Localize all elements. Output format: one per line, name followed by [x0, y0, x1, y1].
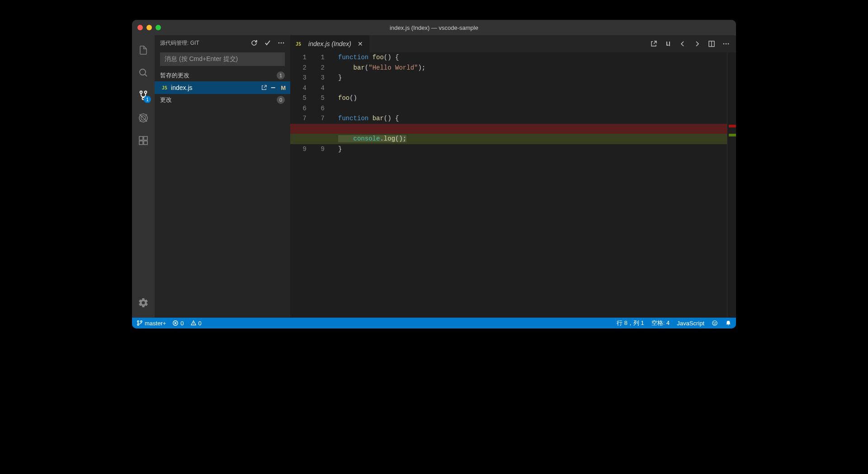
goto-file-icon[interactable]	[650, 40, 657, 47]
minimap[interactable]	[727, 52, 736, 318]
svg-point-23	[712, 321, 717, 326]
branch-indicator[interactable]: master+	[137, 320, 166, 327]
warning-icon	[190, 320, 197, 326]
errors-count: 0	[180, 320, 184, 327]
editor-area: JS index.js (Index) ✕ 123456789 12	[290, 35, 736, 318]
svg-point-18	[728, 43, 729, 45]
svg-point-24	[714, 322, 714, 323]
feedback-icon[interactable]	[712, 320, 718, 326]
back-arrow-icon[interactable]	[679, 40, 686, 47]
file-status-m: M	[281, 84, 286, 91]
source-control-icon[interactable]: 1	[132, 84, 155, 107]
debug-icon[interactable]	[132, 107, 155, 129]
search-icon[interactable]	[132, 61, 155, 84]
code-area[interactable]: 123456789 123456789 −+ function foo() { …	[290, 52, 736, 318]
svg-rect-7	[139, 136, 143, 140]
activity-bar: 1	[132, 35, 155, 318]
svg-point-1	[140, 91, 142, 94]
svg-rect-9	[139, 141, 143, 145]
code-content[interactable]: function foo() { bar("Hello World");}foo…	[335, 52, 727, 318]
commit-icon[interactable]	[264, 39, 271, 47]
minimize-window-button[interactable]	[146, 25, 152, 30]
notifications-icon[interactable]	[725, 320, 731, 326]
error-icon	[172, 320, 179, 326]
file-row-indexjs[interactable]: JS index.js − M	[155, 81, 290, 94]
svg-point-19	[137, 321, 139, 323]
svg-point-17	[726, 43, 727, 45]
more-actions-icon[interactable]	[722, 40, 730, 47]
status-bar: master+ 0 0 行 8，列 1 空格: 4 JavaScript	[132, 318, 736, 329]
branch-name: master+	[145, 320, 166, 327]
sidebar: 源代码管理: GIT 消息 (按 Cmd+Enter 提交) 暂存的更改 1 J…	[155, 35, 290, 318]
traffic-lights	[132, 25, 161, 30]
extensions-icon[interactable]	[132, 129, 155, 152]
svg-point-20	[137, 324, 139, 326]
staged-changes-section[interactable]: 暂存的更改 1	[155, 70, 290, 81]
tabs-row: JS index.js (Index) ✕	[290, 35, 736, 52]
forward-arrow-icon[interactable]	[693, 40, 701, 47]
line-numbers-original: 123456789	[290, 52, 309, 318]
svg-point-25	[715, 322, 716, 323]
line-numbers-modified: 123456789	[309, 52, 329, 318]
minimap-removed-marker	[729, 125, 736, 127]
unstage-icon[interactable]: −	[271, 84, 276, 92]
cursor-position[interactable]: 行 8，列 1	[617, 319, 644, 327]
editor-actions	[650, 40, 736, 47]
maximize-window-button[interactable]	[156, 25, 161, 30]
split-editor-icon[interactable]	[708, 40, 715, 47]
changes-count: 0	[277, 96, 285, 104]
diff-markers: −+	[329, 52, 335, 318]
changes-section[interactable]: 更改 0	[155, 94, 290, 106]
indent-indicator[interactable]: 空格: 4	[651, 319, 670, 327]
svg-point-11	[278, 42, 280, 44]
staged-label: 暂存的更改	[160, 71, 189, 80]
refresh-icon[interactable]	[250, 39, 258, 47]
svg-point-13	[283, 42, 284, 44]
js-file-icon: JS	[162, 85, 167, 90]
svg-point-12	[281, 42, 282, 44]
staged-count: 1	[277, 71, 285, 80]
warnings-indicator[interactable]: 0	[190, 320, 202, 327]
window: index.js (Index) — vscode-sample 1	[132, 20, 736, 329]
whitespace-icon[interactable]	[665, 40, 672, 47]
svg-point-2	[145, 91, 147, 94]
svg-point-16	[723, 43, 725, 45]
close-window-button[interactable]	[137, 25, 143, 30]
open-file-icon[interactable]	[261, 84, 267, 91]
svg-rect-8	[144, 136, 147, 140]
tab-label: index.js (Index)	[308, 40, 351, 47]
commit-placeholder: 消息 (按 Cmd+Enter 提交)	[165, 55, 238, 63]
file-name: index.js	[171, 84, 192, 91]
more-icon[interactable]	[278, 39, 285, 47]
scm-badge: 1	[144, 96, 151, 103]
sidebar-title: 源代码管理: GIT	[160, 39, 199, 47]
svg-point-0	[140, 69, 146, 75]
main-body: 1 源代码管理: GIT 消息 (按 C	[132, 35, 736, 318]
language-mode[interactable]: JavaScript	[677, 320, 704, 327]
explorer-icon[interactable]	[132, 39, 155, 61]
close-tab-icon[interactable]: ✕	[357, 40, 364, 47]
settings-gear-icon[interactable]	[132, 291, 155, 314]
sidebar-actions	[250, 39, 285, 47]
sidebar-header: 源代码管理: GIT	[155, 35, 290, 51]
commit-message-input[interactable]: 消息 (按 Cmd+Enter 提交)	[160, 52, 285, 66]
js-file-icon: JS	[296, 42, 301, 47]
minimap-added-marker	[729, 134, 736, 136]
changes-label: 更改	[160, 96, 172, 104]
svg-point-21	[141, 321, 142, 323]
branch-icon	[137, 320, 143, 326]
warnings-count: 0	[198, 320, 202, 327]
window-title: index.js (Index) — vscode-sample	[132, 24, 736, 31]
tab-indexjs[interactable]: JS index.js (Index) ✕	[290, 35, 370, 52]
svg-rect-10	[144, 141, 147, 145]
titlebar: index.js (Index) — vscode-sample	[132, 20, 736, 35]
errors-indicator[interactable]: 0	[172, 320, 184, 327]
